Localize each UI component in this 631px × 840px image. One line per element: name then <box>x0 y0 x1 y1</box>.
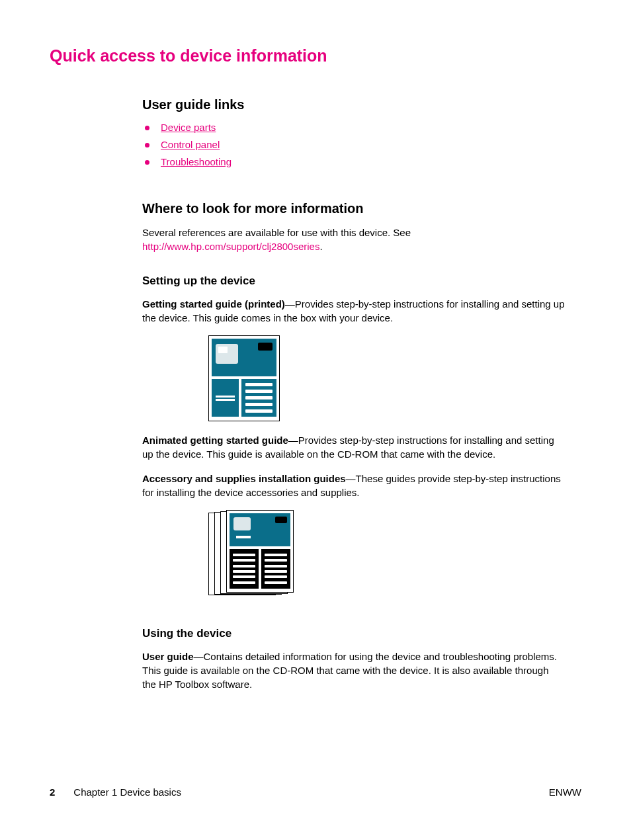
bold-text: User guide <box>142 651 194 662</box>
page-number: 2 <box>50 786 55 798</box>
heading-setting-up: Setting up the device <box>142 274 565 288</box>
link-control-panel[interactable]: Control panel <box>161 139 220 150</box>
heading-user-guide-links: User guide links <box>142 97 565 112</box>
bold-text: Accessory and supplies installation guid… <box>142 473 346 484</box>
list-item: Device parts <box>142 122 565 134</box>
list-item: Control panel <box>142 139 565 151</box>
page-footer: 2 Chapter 1 Device basics ENWW <box>50 786 581 798</box>
bullet-icon <box>145 143 149 147</box>
user-guide-links-list: Device parts Control panel Troubleshooti… <box>142 122 565 168</box>
text: . <box>319 241 322 252</box>
link-troubleshooting[interactable]: Troubleshooting <box>161 156 231 167</box>
link-device-parts[interactable]: Device parts <box>161 122 216 133</box>
chapter-label: Chapter 1 Device basics <box>73 786 181 798</box>
page-title: Quick access to device information <box>50 46 581 65</box>
setting-up-p1: Getting started guide (printed)—Provides… <box>142 297 565 325</box>
text: —Contains detailed information for using… <box>142 651 557 690</box>
heading-using-device: Using the device <box>142 627 565 640</box>
using-p1: User guide—Contains detailed information… <box>142 650 565 691</box>
heading-where-to-look: Where to look for more information <box>142 201 565 216</box>
bold-text: Animated getting started guide <box>142 435 288 446</box>
printer-icon <box>216 344 238 364</box>
figure-accessory-guides <box>208 510 565 606</box>
list-item: Troubleshooting <box>142 156 565 168</box>
guide-booklet-icon <box>208 335 280 421</box>
bullet-icon <box>145 160 149 165</box>
content: User guide links Device parts Control pa… <box>142 97 581 691</box>
hp-logo-icon <box>258 343 273 351</box>
bullet-icon <box>145 126 149 130</box>
hp-logo-icon <box>275 517 287 523</box>
footer-right: ENWW <box>549 786 581 798</box>
where-intro: Several references are available for use… <box>142 226 565 253</box>
link-hp-support[interactable]: http://www.hp.com/support/clj2800series <box>142 241 319 252</box>
stacked-guides-icon <box>208 510 294 606</box>
setting-up-p3: Accessory and supplies installation guid… <box>142 472 565 499</box>
setting-up-p2: Animated getting started guide—Provides … <box>142 433 565 461</box>
figure-getting-started-guide <box>208 335 565 421</box>
accessory-icon <box>233 517 251 530</box>
text: Several references are available for use… <box>142 227 411 238</box>
bold-text: Getting started guide (printed) <box>142 298 285 310</box>
